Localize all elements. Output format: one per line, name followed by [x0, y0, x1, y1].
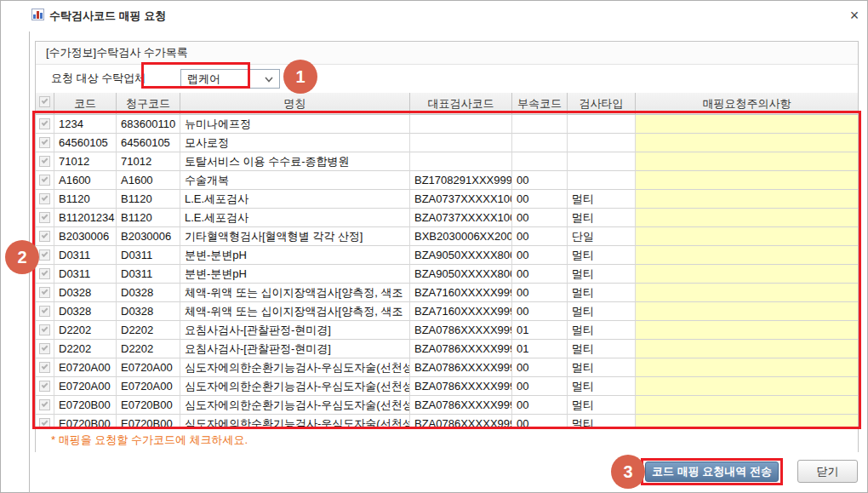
cell-mapping-note[interactable] — [636, 246, 858, 265]
cell-test-type — [568, 115, 636, 134]
select-all-checkbox[interactable] — [39, 96, 50, 107]
cell-mapping-note[interactable] — [636, 209, 858, 227]
header-rep-code[interactable]: 대표검사코드 — [410, 93, 512, 115]
row-checkbox[interactable] — [39, 268, 50, 279]
close-button[interactable]: 닫기 — [797, 460, 858, 483]
table-row[interactable]: D2202D2202요침사검사-[관찰판정-현미경]BZA0786XXXXX99… — [36, 340, 858, 358]
row-checkbox-cell — [36, 265, 54, 284]
dialog-titlebar: 수탁검사코드 매핑 요청 × — [1, 1, 867, 32]
table-row[interactable]: B1120B1120L.E.세포검사BZA0737XXXXX10000멀티 — [36, 190, 858, 209]
cell-mapping-note[interactable] — [636, 340, 858, 358]
row-checkbox[interactable] — [39, 231, 50, 242]
table-row[interactable]: A1600A1600수술개복BZ1708291XXX99900 — [36, 171, 858, 190]
cell-claim-code: 71012 — [117, 152, 180, 171]
row-checkbox-cell — [36, 115, 54, 134]
cell-claim-code: E0720B00 — [117, 396, 180, 415]
cell-mapping-note[interactable] — [636, 265, 858, 284]
cell-code: E0720B00 — [54, 396, 117, 415]
row-checkbox[interactable] — [39, 193, 50, 204]
table-row[interactable]: E0720B00E0720B00심도자에의한순환기능검사-우심도자술(선천성BZ… — [36, 415, 858, 427]
cell-name: 요침사검사-[관찰판정-현미경] — [180, 321, 410, 340]
cell-mapping-note[interactable] — [636, 377, 858, 396]
vendor-dropdown[interactable]: 랩케어 — [180, 69, 280, 89]
cell-test-type: 멀티 — [568, 321, 636, 340]
header-code[interactable]: 코드 — [54, 93, 117, 115]
footer-note: * 매핑을 요청할 수가코드에 체크하세요. — [36, 427, 858, 453]
content-panel: [수가정보]수탁검사 수가목록 요청 대상 수탁업체 랩케어 코드청구코드명칭대… — [35, 41, 859, 452]
row-checkbox[interactable] — [39, 343, 50, 354]
table-row[interactable]: 1234683600110뉴미나에프정 — [36, 115, 858, 134]
check-icon — [42, 232, 49, 238]
cell-sub-code: 00 — [512, 358, 568, 377]
cell-mapping-note[interactable] — [636, 396, 858, 415]
table-row[interactable]: D0328D0328체액-위액 또는 십이지장액검사[양측정, 색조BZA716… — [36, 284, 858, 302]
cell-sub-code: 00 — [512, 396, 568, 415]
row-checkbox[interactable] — [39, 324, 50, 335]
table-row[interactable]: E0720A00E0720A00심도자에의한순환기능검사-우심도자술(선천성BZ… — [36, 377, 858, 396]
row-checkbox[interactable] — [39, 306, 50, 317]
cell-rep-code: BZA0786XXXXX999 — [410, 321, 512, 340]
table-row[interactable]: E0720B00E0720B00심도자에의한순환기능검사-우심도자술(선천성BZ… — [36, 396, 858, 415]
table-row[interactable]: 6456010564560105모사로정 — [36, 134, 858, 152]
row-checkbox[interactable] — [39, 249, 50, 261]
cell-mapping-note[interactable] — [636, 152, 858, 171]
row-checkbox[interactable] — [39, 137, 50, 148]
header-claim-code[interactable]: 청구코드 — [117, 93, 180, 115]
cell-mapping-note[interactable] — [636, 115, 858, 134]
cell-mapping-note[interactable] — [636, 302, 858, 321]
table-row[interactable]: B2030006B2030006기타혈액형검사[혈액형별 각각 산정]BXB20… — [36, 227, 858, 246]
row-checkbox[interactable] — [39, 418, 50, 427]
close-icon[interactable]: × — [843, 4, 865, 26]
row-checkbox[interactable] — [39, 362, 50, 373]
select-all-cell — [36, 93, 54, 115]
cell-claim-code: D0311 — [117, 265, 180, 284]
header-name[interactable]: 명칭 — [180, 93, 410, 115]
check-icon — [42, 194, 49, 201]
cell-mapping-note[interactable] — [636, 358, 858, 377]
table-row[interactable]: B11201234B1120L.E.세포검사BZA0737XXXXX10000멀… — [36, 209, 858, 227]
cell-claim-code: D0311 — [117, 246, 180, 265]
cell-claim-code: 64560105 — [117, 134, 180, 152]
cell-claim-code: D2202 — [117, 321, 180, 340]
header-test-type[interactable]: 검사타입 — [568, 93, 636, 115]
table-row[interactable]: D0328D0328체액-위액 또는 십이지장액검사[양측정, 색조BZA716… — [36, 302, 858, 321]
cell-test-type: 멀티 — [568, 209, 636, 227]
send-mapping-request-button[interactable]: 코드 매핑 요청내역 전송 — [645, 461, 779, 482]
header-mapping-note[interactable]: 매핑요청주의사항 — [636, 93, 858, 115]
vendor-dropdown-value: 랩케어 — [187, 72, 220, 85]
cell-mapping-note[interactable] — [636, 134, 858, 152]
cell-mapping-note[interactable] — [636, 190, 858, 209]
cell-sub-code: 00 — [512, 284, 568, 302]
cell-mapping-note[interactable] — [636, 415, 858, 427]
row-checkbox[interactable] — [39, 399, 50, 410]
cell-mapping-note[interactable] — [636, 227, 858, 246]
table-row[interactable]: D0311D0311분변-분변pHBZA9050XXXXX80000멀티 — [36, 246, 858, 265]
cell-mapping-note[interactable] — [636, 284, 858, 302]
cell-mapping-note[interactable] — [636, 321, 858, 340]
cell-code: D0328 — [54, 284, 117, 302]
table-row[interactable]: D2202D2202요침사검사-[관찰판정-현미경]BZA0786XXXXX99… — [36, 321, 858, 340]
row-checkbox-cell — [36, 171, 54, 190]
row-checkbox[interactable] — [39, 287, 50, 298]
table-row[interactable]: E0720A00E0720A00심도자에의한순환기능검사-우심도자술(선천성BZ… — [36, 358, 858, 377]
table-row[interactable]: D0311D0311분변-분변pHBZA9050XXXXX80000멀티 — [36, 265, 858, 284]
header-sub-code[interactable]: 부속코드 — [512, 93, 568, 115]
check-icon — [42, 119, 49, 126]
cell-test-type: 멀티 — [568, 396, 636, 415]
row-checkbox[interactable] — [39, 381, 50, 392]
row-checkbox[interactable] — [39, 175, 50, 186]
row-checkbox[interactable] — [39, 118, 50, 129]
vendor-filter-label: 요청 대상 수탁업체 — [51, 65, 146, 92]
row-checkbox-cell — [36, 415, 54, 427]
row-checkbox[interactable] — [39, 156, 50, 167]
row-checkbox-cell — [36, 246, 54, 265]
row-checkbox[interactable] — [39, 212, 50, 223]
table-row[interactable]: 7101271012토탈서비스 이용 수수료-종합병원 — [36, 152, 858, 171]
cell-rep-code: BZA0786XXXXX999 — [410, 415, 512, 427]
cell-mapping-note[interactable] — [636, 171, 858, 190]
cell-test-type: 멀티 — [568, 246, 636, 265]
filter-row: 요청 대상 수탁업체 랩케어 — [36, 65, 858, 93]
check-icon — [42, 157, 49, 163]
cell-rep-code: BZA9050XXXXX800 — [410, 246, 512, 265]
cell-code: D2202 — [54, 321, 117, 340]
